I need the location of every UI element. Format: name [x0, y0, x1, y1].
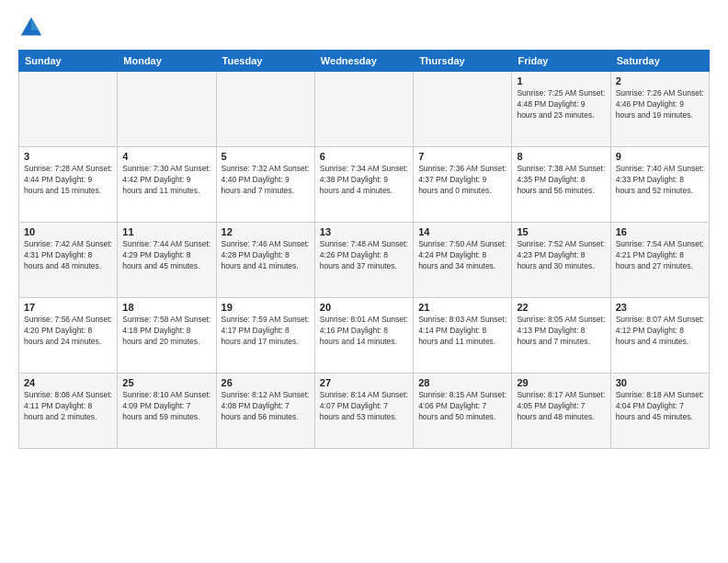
day-info: Sunrise: 7:56 AM Sunset: 4:20 PM Dayligh…: [24, 315, 112, 348]
day-info: Sunrise: 7:32 AM Sunset: 4:40 PM Dayligh…: [222, 164, 310, 197]
calendar-cell: 27Sunrise: 8:14 AM Sunset: 4:07 PM Dayli…: [314, 373, 413, 449]
day-info: Sunrise: 7:48 AM Sunset: 4:26 PM Dayligh…: [320, 239, 408, 272]
calendar-week-row: 1Sunrise: 7:25 AM Sunset: 4:48 PM Daylig…: [19, 72, 710, 147]
calendar-cell: 17Sunrise: 7:56 AM Sunset: 4:20 PM Dayli…: [19, 298, 118, 373]
page: SundayMondayTuesdayWednesdayThursdayFrid…: [0, 0, 728, 563]
day-info: Sunrise: 8:07 AM Sunset: 4:12 PM Dayligh…: [616, 315, 704, 348]
day-number: 1: [517, 75, 605, 86]
day-number: 30: [616, 377, 704, 388]
day-info: Sunrise: 7:30 AM Sunset: 4:42 PM Dayligh…: [122, 164, 210, 197]
day-info: Sunrise: 7:28 AM Sunset: 4:44 PM Dayligh…: [24, 164, 112, 197]
calendar-cell: [314, 72, 413, 147]
day-info: Sunrise: 8:15 AM Sunset: 4:06 PM Dayligh…: [418, 390, 506, 423]
day-info: Sunrise: 8:12 AM Sunset: 4:08 PM Dayligh…: [222, 390, 310, 423]
day-info: Sunrise: 7:36 AM Sunset: 4:37 PM Dayligh…: [418, 164, 506, 197]
day-number: 29: [517, 377, 605, 388]
day-number: 27: [320, 377, 408, 388]
calendar: SundayMondayTuesdayWednesdayThursdayFrid…: [18, 50, 710, 449]
day-info: Sunrise: 7:54 AM Sunset: 4:21 PM Dayligh…: [616, 239, 704, 272]
weekday-header: Saturday: [610, 51, 709, 72]
day-number: 23: [616, 302, 704, 313]
day-number: 28: [418, 377, 506, 388]
calendar-cell: [216, 72, 314, 147]
header: [18, 15, 710, 40]
day-number: 21: [418, 302, 506, 313]
calendar-week-row: 24Sunrise: 8:08 AM Sunset: 4:11 PM Dayli…: [19, 373, 710, 449]
calendar-cell: 5Sunrise: 7:32 AM Sunset: 4:40 PM Daylig…: [216, 147, 314, 223]
day-info: Sunrise: 8:18 AM Sunset: 4:04 PM Dayligh…: [616, 390, 704, 423]
day-number: 11: [122, 226, 210, 237]
calendar-cell: [414, 72, 512, 147]
day-number: 19: [222, 302, 310, 313]
calendar-week-row: 3Sunrise: 7:28 AM Sunset: 4:44 PM Daylig…: [19, 147, 710, 223]
calendar-header: SundayMondayTuesdayWednesdayThursdayFrid…: [19, 51, 710, 72]
day-info: Sunrise: 7:25 AM Sunset: 4:48 PM Dayligh…: [517, 88, 605, 121]
calendar-cell: 4Sunrise: 7:30 AM Sunset: 4:42 PM Daylig…: [118, 147, 216, 223]
day-info: Sunrise: 7:58 AM Sunset: 4:18 PM Dayligh…: [122, 315, 210, 348]
calendar-cell: 23Sunrise: 8:07 AM Sunset: 4:12 PM Dayli…: [610, 298, 709, 373]
day-number: 15: [517, 226, 605, 237]
day-info: Sunrise: 8:14 AM Sunset: 4:07 PM Dayligh…: [320, 390, 408, 423]
weekday-header: Wednesday: [314, 51, 413, 72]
calendar-cell: 2Sunrise: 7:26 AM Sunset: 4:46 PM Daylig…: [610, 72, 709, 147]
day-info: Sunrise: 8:10 AM Sunset: 4:09 PM Dayligh…: [122, 390, 210, 423]
logo: [18, 15, 48, 40]
day-info: Sunrise: 8:05 AM Sunset: 4:13 PM Dayligh…: [517, 315, 605, 348]
day-number: 9: [616, 151, 704, 162]
day-number: 3: [24, 151, 112, 162]
day-number: 14: [418, 226, 506, 237]
day-info: Sunrise: 7:40 AM Sunset: 4:33 PM Dayligh…: [616, 164, 704, 197]
day-number: 16: [616, 226, 704, 237]
calendar-cell: 28Sunrise: 8:15 AM Sunset: 4:06 PM Dayli…: [414, 373, 512, 449]
calendar-cell: 6Sunrise: 7:34 AM Sunset: 4:38 PM Daylig…: [314, 147, 413, 223]
calendar-week-row: 17Sunrise: 7:56 AM Sunset: 4:20 PM Dayli…: [19, 298, 710, 373]
day-number: 5: [222, 151, 310, 162]
day-number: 24: [24, 377, 112, 388]
calendar-cell: [118, 72, 216, 147]
calendar-cell: 12Sunrise: 7:46 AM Sunset: 4:28 PM Dayli…: [216, 223, 314, 298]
day-number: 17: [24, 302, 112, 313]
day-number: 18: [122, 302, 210, 313]
calendar-cell: 3Sunrise: 7:28 AM Sunset: 4:44 PM Daylig…: [19, 147, 118, 223]
calendar-cell: 10Sunrise: 7:42 AM Sunset: 4:31 PM Dayli…: [19, 223, 118, 298]
day-info: Sunrise: 8:17 AM Sunset: 4:05 PM Dayligh…: [517, 390, 605, 423]
weekday-header: Tuesday: [216, 51, 314, 72]
calendar-body: 1Sunrise: 7:25 AM Sunset: 4:48 PM Daylig…: [19, 72, 710, 449]
day-number: 13: [320, 226, 408, 237]
day-info: Sunrise: 8:08 AM Sunset: 4:11 PM Dayligh…: [24, 390, 112, 423]
calendar-cell: 9Sunrise: 7:40 AM Sunset: 4:33 PM Daylig…: [610, 147, 709, 223]
day-info: Sunrise: 7:50 AM Sunset: 4:24 PM Dayligh…: [418, 239, 506, 272]
day-info: Sunrise: 7:26 AM Sunset: 4:46 PM Dayligh…: [616, 88, 704, 121]
weekday-header: Sunday: [19, 51, 118, 72]
calendar-cell: 20Sunrise: 8:01 AM Sunset: 4:16 PM Dayli…: [314, 298, 413, 373]
day-number: 22: [517, 302, 605, 313]
day-number: 6: [320, 151, 408, 162]
calendar-cell: 25Sunrise: 8:10 AM Sunset: 4:09 PM Dayli…: [118, 373, 216, 449]
weekday-header: Friday: [512, 51, 610, 72]
calendar-cell: 1Sunrise: 7:25 AM Sunset: 4:48 PM Daylig…: [512, 72, 610, 147]
calendar-cell: 30Sunrise: 8:18 AM Sunset: 4:04 PM Dayli…: [610, 373, 709, 449]
calendar-cell: 24Sunrise: 8:08 AM Sunset: 4:11 PM Dayli…: [19, 373, 118, 449]
day-info: Sunrise: 7:52 AM Sunset: 4:23 PM Dayligh…: [517, 239, 605, 272]
calendar-cell: 26Sunrise: 8:12 AM Sunset: 4:08 PM Dayli…: [216, 373, 314, 449]
day-number: 4: [122, 151, 210, 162]
calendar-cell: 11Sunrise: 7:44 AM Sunset: 4:29 PM Dayli…: [118, 223, 216, 298]
calendar-cell: 18Sunrise: 7:58 AM Sunset: 4:18 PM Dayli…: [118, 298, 216, 373]
day-number: 26: [222, 377, 310, 388]
day-number: 20: [320, 302, 408, 313]
day-number: 25: [122, 377, 210, 388]
weekday-row: SundayMondayTuesdayWednesdayThursdayFrid…: [19, 51, 710, 72]
day-info: Sunrise: 7:59 AM Sunset: 4:17 PM Dayligh…: [222, 315, 310, 348]
calendar-cell: 13Sunrise: 7:48 AM Sunset: 4:26 PM Dayli…: [314, 223, 413, 298]
calendar-cell: 22Sunrise: 8:05 AM Sunset: 4:13 PM Dayli…: [512, 298, 610, 373]
day-number: 10: [24, 226, 112, 237]
calendar-cell: 14Sunrise: 7:50 AM Sunset: 4:24 PM Dayli…: [414, 223, 512, 298]
day-info: Sunrise: 7:38 AM Sunset: 4:35 PM Dayligh…: [517, 164, 605, 197]
logo-icon: [18, 15, 44, 40]
calendar-cell: 16Sunrise: 7:54 AM Sunset: 4:21 PM Dayli…: [610, 223, 709, 298]
day-info: Sunrise: 7:34 AM Sunset: 4:38 PM Dayligh…: [320, 164, 408, 197]
day-info: Sunrise: 7:44 AM Sunset: 4:29 PM Dayligh…: [122, 239, 210, 272]
calendar-cell: 29Sunrise: 8:17 AM Sunset: 4:05 PM Dayli…: [512, 373, 610, 449]
day-number: 7: [418, 151, 506, 162]
day-number: 2: [616, 75, 704, 86]
